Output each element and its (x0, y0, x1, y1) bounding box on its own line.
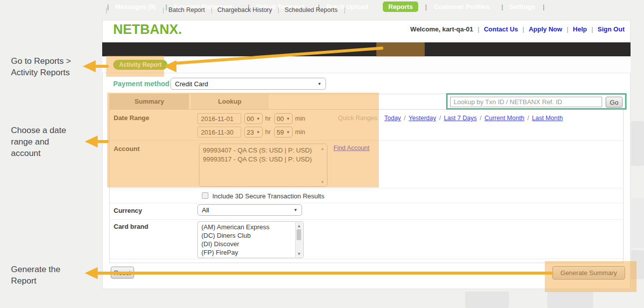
divider: | (106, 6, 107, 13)
nav-item-customer-profiles[interactable]: Customer Profiles (434, 3, 489, 10)
background-shape (547, 292, 593, 308)
divider: | (165, 3, 167, 10)
scroll-down-icon[interactable]: ▼ (321, 180, 324, 184)
background-shape (631, 250, 644, 279)
date-to-input[interactable] (197, 127, 241, 138)
currency-select[interactable]: All ▼ (197, 204, 302, 216)
reports-subnav (102, 56, 631, 73)
quick-range-yesterday[interactable]: Yesterday (409, 115, 436, 122)
minute-from-select[interactable]: 00▼ (274, 113, 293, 124)
nav-item-settings[interactable]: Settings (509, 3, 535, 10)
chevron-down-icon: ▼ (256, 117, 260, 121)
background-shape (631, 198, 644, 248)
payment-method-select[interactable]: Credit Card ▼ (170, 78, 326, 90)
payment-method-label: Payment method (113, 80, 169, 88)
arrow-left-icon (85, 267, 98, 279)
divider: | (107, 3, 109, 10)
card-brand-listbox[interactable]: (AM) American Express (DC) Diners Club (… (197, 221, 304, 258)
arrow-left-icon (163, 60, 176, 72)
scroll-up-icon[interactable]: ▲ (321, 147, 324, 151)
hr-label: hr (265, 129, 271, 136)
date-range-label: Date Range (114, 114, 150, 122)
find-account-link[interactable]: Find Account (333, 145, 369, 152)
tab-lookup[interactable]: Lookup (191, 94, 269, 109)
quick-ranges-links: Today / Yesterday / Last 7 Days / Curren… (384, 115, 563, 122)
minute-to-value: 59 (277, 129, 284, 136)
screenshot-root: Go to Reports > Activity Reports Choose … (0, 0, 644, 308)
subnav-item-scheduled-reports[interactable]: Scheduled Reports (285, 6, 337, 13)
divider: | (591, 25, 593, 33)
min-label: min (295, 129, 305, 136)
divider (110, 188, 623, 188)
subnav-item-chargeback-history[interactable]: Chargeback History (217, 6, 272, 13)
account-option[interactable]: 99993407 - QA CS (S: USD | P: USD) (199, 146, 327, 155)
hour-from-select[interactable]: 00▼ (244, 113, 263, 124)
card-brand-option[interactable]: (DI) Discover (198, 240, 303, 248)
txn-lookup-box: Go (446, 93, 627, 110)
netbanx-logo-text: NETBANX (113, 22, 178, 37)
report-form: Summary Lookup Date Range 00▼ hr 00▼ min… (109, 94, 624, 263)
apply-now-link[interactable]: Apply Now (529, 25, 562, 33)
arrow-line (95, 65, 109, 68)
annotation-step-1: Go to Reports > Activity Reports (11, 55, 71, 78)
netbanx-logo-dot: . (178, 22, 182, 37)
scroll-up-icon[interactable]: ▲ (297, 224, 301, 228)
date-from-input[interactable] (197, 113, 241, 124)
chevron-down-icon: ▼ (318, 82, 322, 86)
card-brand-option[interactable]: (AM) American Express (198, 223, 303, 231)
divider: | (425, 3, 427, 10)
card-brand-option[interactable]: (FP) FirePay (198, 248, 303, 257)
quick-range-last-month[interactable]: Last Month (532, 115, 563, 122)
sign-out-link[interactable]: Sign Out (598, 25, 625, 33)
chevron-down-icon: ▼ (286, 117, 290, 121)
header-links-row: Welcome, kart-qa-01 | Contact Us | Apply… (410, 25, 625, 33)
hr-label: hr (265, 115, 271, 122)
divider: | (278, 6, 279, 13)
tab-summary-active[interactable]: Summary (110, 94, 189, 109)
minute-from-value: 00 (277, 115, 284, 123)
divider: | (344, 6, 345, 13)
account-listbox[interactable]: 99993407 - QA CS (S: USD | P: USD) 99993… (199, 144, 327, 187)
divider: / (527, 115, 529, 122)
divider (110, 203, 623, 203)
divider: / (404, 115, 405, 122)
nav-item-reports-active[interactable]: Reports (383, 1, 418, 12)
divider: | (478, 25, 479, 33)
chevron-down-icon: ▼ (286, 130, 290, 135)
scroll-down-icon[interactable]: ▼ (297, 252, 301, 256)
go-button[interactable]: Go (606, 97, 623, 108)
divider: | (567, 25, 568, 33)
scrollbar-thumb[interactable] (297, 229, 301, 240)
divider: / (480, 115, 481, 122)
contact-us-link[interactable]: Contact Us (484, 25, 518, 33)
background-shape (631, 121, 644, 166)
annotation-step-3: Generate the Report (11, 264, 60, 287)
subnav-item-activity-report-active[interactable]: Activity Report (113, 60, 167, 70)
divider: | (543, 3, 544, 10)
background-shape (465, 292, 509, 308)
quick-range-today[interactable]: Today (384, 115, 401, 122)
hour-to-select[interactable]: 23▼ (244, 127, 263, 138)
scrollbar[interactable]: ▲ ▼ (295, 222, 303, 257)
quick-range-current-month[interactable]: Current Month (484, 115, 524, 122)
txn-lookup-input[interactable] (450, 97, 602, 107)
arrow-line (97, 272, 553, 275)
quick-range-last-7-days[interactable]: Last 7 Days (444, 115, 477, 122)
card-brand-option[interactable]: (DC) Diners Club (198, 231, 303, 240)
hour-from-value: 00 (247, 115, 254, 123)
annotation-step-2: Choose a date range and account (11, 125, 66, 159)
arrow-left-icon (83, 60, 96, 72)
account-option[interactable]: 99993517 - QA CS (S: USD | P: USD) (199, 155, 327, 164)
generate-summary-button[interactable]: Generate Summary (552, 266, 625, 280)
subnav-item-batch-report[interactable]: Batch Report (168, 6, 205, 13)
chevron-down-icon: ▼ (294, 208, 298, 212)
help-link[interactable]: Help (573, 25, 587, 33)
include-3d-secure-checkbox[interactable] (202, 192, 208, 199)
minute-to-select[interactable]: 59▼ (274, 127, 293, 138)
account-label: Account (114, 145, 140, 153)
include-3d-secure-label: Include 3D Secure Transaction Results (212, 192, 324, 200)
payment-method-value: Credit Card (175, 80, 208, 88)
divider: | (162, 6, 164, 13)
nav-item-messages[interactable]: Messages (9) (115, 3, 156, 10)
quick-ranges-label: Quick Ranges: (324, 115, 379, 122)
